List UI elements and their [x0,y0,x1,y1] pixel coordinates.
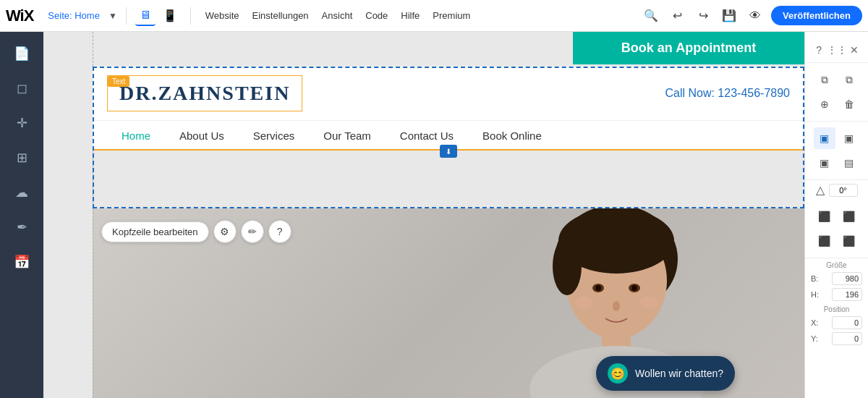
site-logo[interactable]: DR.ZAHNSTEIN [119,82,290,104]
panel-grid-button[interactable]: ⋮⋮ [827,41,846,59]
panel-arrange-btn-1[interactable]: ▣ [814,127,835,149]
y-input[interactable] [832,332,862,345]
angle-row: △ 0° [805,180,868,200]
device-selector: 🖥 📱 [135,6,182,26]
nav-home[interactable]: Home [107,121,165,151]
toolbar-icons: 🔍 ↩ ↪ 💾 👁 Veröffentlichen [641,6,862,26]
align-left-button[interactable]: ⬛ [814,206,835,227]
panel-paste-button[interactable]: ⧉ [838,69,860,90]
sidebar-elements-icon[interactable]: ◻ [6,72,38,104]
sidebar-add-icon[interactable]: ✛ [6,107,38,139]
sidebar-blog-icon[interactable]: ✒ [6,211,38,243]
code-menu-item[interactable]: Code [359,7,393,24]
zoom-out-icon[interactable]: 🔍 [641,6,661,26]
panel-close-button[interactable]: ✕ [846,41,863,59]
chat-icon: 😊 [608,363,628,384]
sidebar-pages-icon[interactable]: 📄 [6,38,38,69]
left-sidebar: 📄 ◻ ✛ ⊞ ☁ ✒ 📅 [0,32,43,398]
pencil-icon: ✏ [248,226,257,237]
nav-services[interactable]: Services [239,121,310,151]
separator2 [190,7,191,25]
edit-header-button[interactable]: Kopfzeile bearbeiten [101,221,209,242]
svg-point-3 [553,237,582,295]
separator [126,7,127,25]
canvas-area: Book an Appointment Text DR.ZAHNSTEIN Ca… [43,32,804,398]
y-row: Y: [805,331,868,347]
redo-icon[interactable]: ↪ [693,6,713,26]
panel-delete-button[interactable]: 🗑 [838,93,860,115]
panel-copy-button[interactable]: ⧉ [814,69,835,90]
preview-icon[interactable]: 👁 [745,6,765,26]
angle-icon: △ [816,183,825,197]
settings-button[interactable]: ⚙ [213,220,237,243]
edit-toolbar: Kopfzeile bearbeiten ⚙ ✏ ? [101,220,292,243]
top-bar: WiX Seite: Home ▼ 🖥 📱 Website Einstellun… [0,0,868,32]
desktop-device-button[interactable]: 🖥 [135,6,156,26]
main-layout: 📄 ◻ ✛ ⊞ ☁ ✒ 📅 Book an Appointment Text D… [0,32,868,398]
panel-duplicate-button[interactable]: ⊕ [814,93,835,115]
pencil-button[interactable]: ✏ [241,220,264,243]
size-section: ⬛ ⬛ ⬛ ⬛ [805,200,868,258]
chat-text: Wollen wir chatten? [635,368,723,379]
sidebar-media-icon[interactable]: ☁ [6,177,38,208]
settings-icon: ⚙ [220,226,229,237]
position-label: Position [805,302,868,315]
top-nav-menu: Website Einstellungen Ansicht Code Hilfe… [200,7,477,24]
right-panel-header: ? ⋮⋮ ✕ [805,38,868,63]
nav-about[interactable]: About Us [165,121,239,151]
website-menu-item[interactable]: Website [200,7,245,24]
svg-point-8 [613,301,620,311]
panel-copy-section: ⧉ ⧉ ⊕ 🗑 [805,63,868,122]
panel-help-button[interactable]: ? [811,41,827,59]
panel-arrange-section: ▣ ▣ ▣ ▤ [805,122,868,180]
align-top-button[interactable]: ⬛ [814,230,835,252]
svg-point-5 [631,285,637,291]
nav-team[interactable]: Our Team [309,121,386,151]
help-button[interactable]: ? [268,220,292,243]
size-label: Größe [805,258,868,271]
ansicht-menu-item[interactable]: Ansicht [316,7,359,24]
website-nav: Home About Us Services Our Team Contact … [93,120,804,151]
right-panel: ? ⋮⋮ ✕ ⧉ ⧉ ⊕ 🗑 ▣ ▣ ▣ ▤ △ 0° ⬛ ⬛ ⬛ ⬛ Größ… [804,32,868,398]
header-top: Text DR.ZAHNSTEIN Call Now: 123-456-7890 [93,67,804,120]
panel-arrange-btn-2[interactable]: ▣ [838,127,860,149]
wix-logo: WiX [6,7,33,25]
logo-container: Text DR.ZAHNSTEIN [107,75,302,111]
height-input[interactable] [832,288,862,301]
height-row: H: [805,287,868,302]
undo-icon[interactable]: ↩ [667,6,687,26]
x-input[interactable] [832,316,862,329]
page-label: Seite: Home [48,10,100,21]
save-icon[interactable]: 💾 [719,6,739,26]
nav-drag-handle[interactable]: ⬇ [440,145,457,158]
book-appointment-banner[interactable]: Book an Appointment [573,32,804,64]
align-right-button[interactable]: ⬛ [838,206,860,227]
svg-point-11 [575,297,592,308]
x-label: X: [811,318,818,327]
svg-point-12 [640,297,658,308]
panel-arrange-btn-3[interactable]: ▣ [814,152,835,174]
text-badge: Text [108,76,129,87]
call-now-text: Call Now: 123-456-7890 [665,87,790,100]
nav-book-online[interactable]: Book Online [468,121,556,151]
website-header: Text DR.ZAHNSTEIN Call Now: 123-456-7890… [93,67,804,151]
panel-arrange-btn-4[interactable]: ▤ [838,152,860,174]
sidebar-calendar-icon[interactable]: 📅 [6,246,38,278]
align-bottom-button[interactable]: ⬛ [838,230,860,252]
chat-widget[interactable]: 😊 Wollen wir chatten? [596,356,735,391]
page-dropdown-button[interactable]: ▼ [109,11,117,21]
publish-button[interactable]: Veröffentlichen [771,6,862,25]
svg-point-7 [595,285,601,291]
einstellungen-menu-item[interactable]: Einstellungen [247,7,315,24]
hilfe-menu-item[interactable]: Hilfe [395,7,425,24]
x-row: X: [805,315,868,331]
sidebar-apps-icon[interactable]: ⊞ [6,142,38,174]
width-label: B: [811,274,818,283]
height-label: H: [811,290,819,299]
angle-input[interactable]: 0° [829,184,858,197]
width-input[interactable] [832,272,862,285]
premium-menu-item[interactable]: Premium [427,7,476,24]
mobile-device-button[interactable]: 📱 [158,6,182,25]
help-icon: ? [277,226,283,237]
y-label: Y: [811,334,818,343]
